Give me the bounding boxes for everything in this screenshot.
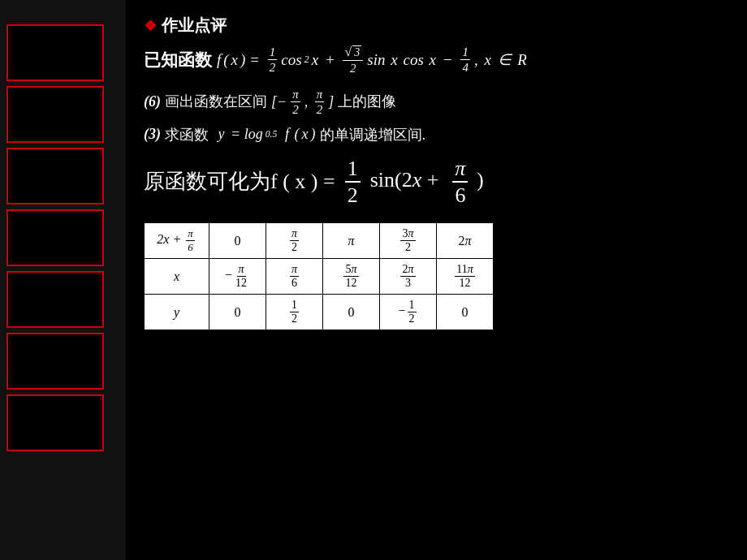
transform-formula-line: 原函数可化为f ( x ) = 1 2 sin(2x + π 6 ) [144, 156, 731, 208]
table-cell-2-3: 5π12 [323, 259, 380, 295]
sidebar-box-7 [6, 394, 104, 451]
sqrt-content: 3 [352, 45, 361, 58]
table-cell-1-1: 0 [209, 223, 266, 259]
table-cell-3-4: −12 [380, 295, 437, 330]
q6-frac-pi-2b: π 2 [315, 87, 325, 117]
sqrt-symbol: √ [344, 45, 352, 58]
sidebar-box-3 [6, 148, 104, 205]
table-cell-2-5: 11π12 [437, 259, 494, 295]
q6-num: (6) [144, 93, 161, 110]
q6-text2: 上的图像 [338, 92, 396, 111]
table-row-2: x −π12 π6 5π12 2π3 11π12 [145, 259, 494, 295]
table-cell-1-4: 3π2 [380, 223, 437, 259]
diamond-icon: ❖ [144, 17, 157, 35]
section-title-text: 作业点评 [162, 15, 227, 37]
table-cell-3-1: 0 [209, 295, 266, 330]
table-cell-2-2: π6 [266, 259, 323, 295]
table-row-1: 2x + π6 0 π2 π 3π2 2π [145, 223, 494, 259]
table-cell-3-2: 12 [266, 295, 323, 330]
table-row-3: y 0 12 0 −12 0 [145, 295, 494, 330]
table-cell-1-3: π [323, 223, 380, 259]
func-intro-text: 已知函数 [144, 49, 212, 71]
q3-formula: y = log0.5 f (x) [213, 126, 316, 143]
frac-1-4: 1 4 [460, 45, 470, 75]
func-definition-line: 已知函数 f(x) = 1 2 cos2x + √3 2 sin x cos x… [144, 45, 731, 75]
q3-text1: 求函数 [165, 125, 209, 144]
section-title: ❖ 作业点评 [144, 15, 731, 37]
q3-text2: 的单调递增区间. [320, 125, 426, 144]
table-cell-3-5: 0 [437, 295, 494, 330]
sidebar-box-2 [6, 86, 104, 143]
table-cell-3-3: 0 [323, 295, 380, 330]
question-3: (3) 求函数 y = log0.5 f (x) 的单调递增区间. [144, 125, 731, 144]
sidebar [0, 0, 126, 560]
frac-sqrt3-2: √3 2 [343, 45, 363, 75]
table-cell-label-1: 2x + π6 [145, 223, 209, 259]
sidebar-box-6 [6, 333, 104, 390]
sidebar-box-1 [6, 24, 104, 81]
main-formula: f(x) = 1 2 cos2x + √3 2 sin x cos x − 1 … [217, 45, 527, 75]
q6-interval: [− π 2 , π 2 ] [271, 87, 334, 117]
table-cell-label-2: x [145, 259, 209, 295]
big-frac-1-2: 1 2 [345, 156, 361, 208]
q6-frac-pi-2a: π 2 [291, 87, 300, 117]
table-cell-2-4: 2π3 [380, 259, 437, 295]
table-cell-1-5: 2π [437, 223, 494, 259]
table-cell-label-3: y [145, 295, 209, 330]
q6-text1: 画出函数在区间 [165, 92, 267, 111]
main-content: ❖ 作业点评 已知函数 f(x) = 1 2 cos2x + √3 2 sin … [126, 0, 747, 560]
big-frac-pi-6: π 6 [452, 156, 468, 208]
frac-1-2: 1 2 [268, 45, 278, 75]
table-cell-1-2: π2 [266, 223, 323, 259]
sidebar-box-4 [6, 209, 104, 266]
table-cell-2-1: −π12 [209, 259, 266, 295]
transform-sin-part: sin(2x + π 6 ) [370, 156, 484, 208]
transform-text: 原函数可化为f ( x ) = [144, 167, 335, 196]
sidebar-box-5 [6, 271, 104, 328]
values-table: 2x + π6 0 π2 π 3π2 2π x −π12 π6 [144, 222, 494, 330]
q3-num: (3) [144, 126, 161, 143]
sqrt-3-container: √3 [344, 45, 361, 58]
question-6: (6) 画出函数在区间 [− π 2 , π 2 ] 上的图像 [144, 87, 731, 117]
